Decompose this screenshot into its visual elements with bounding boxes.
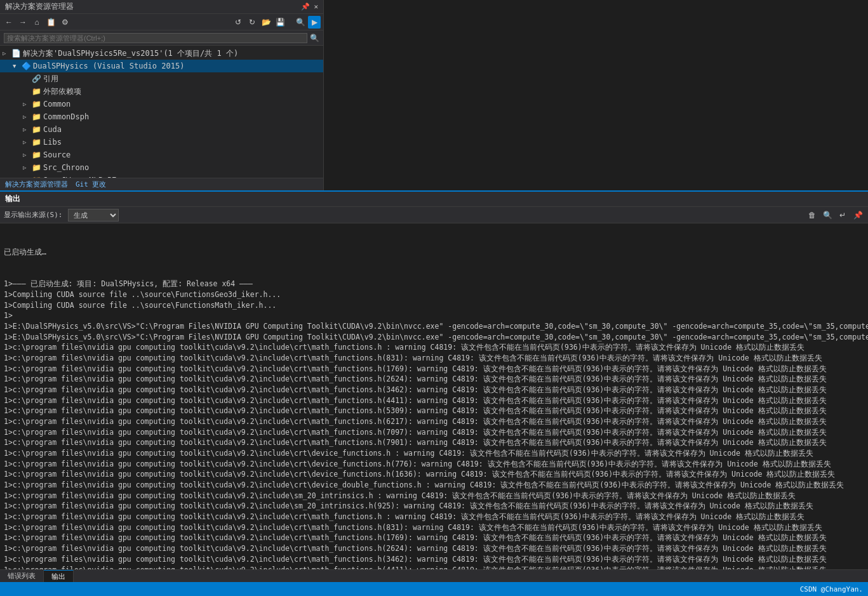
output-line: 1>c:\program files\nvidia gpu computing … (4, 395, 864, 406)
tree-item-extern[interactable]: 📁外部依赖项 (0, 85, 323, 98)
save-button[interactable]: 💾 (274, 16, 286, 29)
tree-icon-solution: 📄 (11, 49, 22, 58)
output-wordwrap-button[interactable]: ↵ (836, 209, 849, 222)
output-toolbar: 显示输出来源(S): 生成 🗑 🔍 ↵ 📌 (0, 207, 868, 223)
status-right: CSDN @ChangYan. (800, 585, 863, 593)
status-bar: CSDN @ChangYan. (0, 582, 868, 596)
properties-button[interactable]: 📋 (44, 16, 57, 29)
output-clear-button[interactable]: 🗑 (806, 209, 818, 222)
tree-icon-commondsp: 📁 (32, 112, 42, 121)
search-button[interactable]: 🔍 (294, 16, 307, 29)
tree-label-srcchrono: Src_Chrono (43, 163, 89, 172)
forward-button[interactable]: → (17, 16, 29, 29)
output-line: 1>——— 已启动生成: 项目: DualSPHysics, 配置: Relea… (4, 279, 864, 289)
output-started: 已启动生成… (4, 247, 864, 258)
tree-icon-source: 📁 (32, 150, 42, 159)
solution-explorer-link[interactable]: 解决方案资源管理器 (5, 180, 68, 189)
output-line: 1>c:\program files\nvidia gpu computing … (4, 342, 864, 353)
close-icon[interactable]: ✕ (314, 3, 318, 11)
tree-item-commondsp[interactable]: ▷📁CommonDsph (0, 110, 323, 123)
output-line: 1>E:\DualSPHysics_v5.0\src\VS>"C:\Progra… (4, 321, 864, 332)
tree-label-commondsp: CommonDsph (43, 112, 89, 121)
output-line: 1>Compiling CUDA source file ..\source\F… (4, 289, 864, 300)
tree-label-solution: 解决方案'DualSPHysics5Re_vs2015'(1 个项目/共 1 个… (23, 48, 238, 59)
output-line: 1>c:\program files\nvidia gpu computing … (4, 427, 864, 438)
output-line: 1>c:\program files\nvidia gpu computing … (4, 469, 864, 480)
solution-tree: ▷📄解决方案'DualSPHysics5Re_vs2015'(1 个项目/共 1… (0, 46, 323, 178)
tree-icon-project: 🔷 (22, 62, 32, 70)
tree-item-source[interactable]: ▷📁Source (0, 149, 323, 161)
output-line: 1>c:\program files\nvidia gpu computing … (4, 480, 864, 491)
bottom-tab-error-list[interactable]: 错误列表 (0, 570, 44, 582)
pin-icon[interactable]: 📌 (301, 3, 310, 11)
settings-button[interactable]: ⚙ (58, 16, 71, 29)
output-line: 1>c:\program files\nvidia gpu computing … (4, 554, 864, 565)
output-line: 1>c:\program files\nvidia gpu computing … (4, 416, 864, 427)
tree-arrow: ▷ (23, 164, 32, 171)
tree-item-solution[interactable]: ▷📄解决方案'DualSPHysics5Re_vs2015'(1 个项目/共 1… (0, 47, 323, 60)
tree-item-common[interactable]: ▷📁Common (0, 98, 323, 110)
tree-icon-srcchrono: 📁 (32, 163, 42, 172)
back-button[interactable]: ← (3, 16, 15, 29)
output-find-button[interactable]: 🔍 (821, 209, 834, 222)
tree-item-cuda[interactable]: ▷📁Cuda (0, 123, 323, 136)
refresh-button[interactable]: ↻ (246, 16, 258, 29)
output-source-label: 显示输出来源(S): (4, 210, 63, 220)
git-changes-link[interactable]: Git 更改 (76, 180, 107, 189)
tree-item-ref[interactable]: 🔗引用 (0, 72, 323, 85)
open-button[interactable]: 📂 (260, 16, 272, 29)
run-button[interactable]: ▶ (308, 16, 321, 29)
tree-icon-common: 📁 (32, 100, 42, 109)
se-titlebar: 解决方案资源管理器 📌 ✕ (0, 0, 323, 14)
search-icon: 🔍 (310, 34, 319, 43)
top-section: 解决方案资源管理器 📌 ✕ ← → ⌂ 📋 ⚙ ↺ ↻ 📂 💾 🔍 ▶ 🔍 (0, 0, 868, 190)
output-line: 1>c:\program files\nvidia gpu computing … (4, 374, 864, 385)
output-line: 1>c:\program files\nvidia gpu computing … (4, 364, 864, 374)
solution-explorer: 解决方案资源管理器 📌 ✕ ← → ⌂ 📋 ⚙ ↺ ↻ 📂 💾 🔍 ▶ 🔍 (0, 0, 324, 190)
tree-arrow: ▼ (13, 63, 22, 69)
tree-arrow: ▷ (23, 114, 32, 120)
home-button[interactable]: ⌂ (30, 16, 43, 29)
tree-item-project[interactable]: ▼🔷DualSPHysics (Visual Studio 2015) (0, 60, 323, 72)
output-line: 1>c:\program files\nvidia gpu computing … (4, 565, 864, 570)
tree-arrow: ▷ (23, 152, 32, 158)
tree-item-srcchrono[interactable]: ▷📁Src_Chrono (0, 161, 323, 174)
output-line: 1>c:\program files\nvidia gpu computing … (4, 501, 864, 512)
tree-icon-ref: 🔗 (32, 74, 42, 83)
output-line: 1>c:\program files\nvidia gpu computing … (4, 522, 864, 533)
output-line: 1>c:\program files\nvidia gpu computing … (4, 533, 864, 543)
right-panel (324, 0, 868, 190)
collapse-button[interactable]: ↺ (232, 16, 244, 29)
output-line: 1>c:\program files\nvidia gpu computing … (4, 543, 864, 554)
tree-label-libs: Libs (43, 138, 62, 147)
bottom-tab-output[interactable]: 输出 (44, 570, 74, 582)
tree-arrow: ▷ (23, 139, 32, 145)
tree-label-common: Common (43, 100, 70, 109)
search-input[interactable] (4, 33, 307, 43)
se-footer: 解决方案资源管理器 Git 更改 (0, 178, 323, 190)
bottom-tabs: 错误列表输出 (0, 569, 868, 582)
tree-item-libs[interactable]: ▷📁Libs (0, 136, 323, 149)
output-title: 输出 (5, 194, 20, 204)
se-titlebar-controls: 📌 ✕ (301, 3, 318, 11)
output-line: 1> (4, 310, 864, 321)
tree-label-extern: 外部依赖项 (43, 86, 81, 97)
output-line: 1>c:\program files\nvidia gpu computing … (4, 437, 864, 448)
output-panel: 输出 显示输出来源(S): 生成 🗑 🔍 ↵ 📌 已启动生成… 1>——— 已启… (0, 190, 868, 569)
output-line: 1>Compiling CUDA source file ..\source\F… (4, 300, 864, 311)
output-line: 1>c:\program files\nvidia gpu computing … (4, 448, 864, 459)
tree-label-project: DualSPHysics (Visual Studio 2015) (33, 62, 184, 70)
output-content: 已启动生成… 1>——— 已启动生成: 项目: DualSPHysics, 配置… (0, 223, 868, 569)
output-line: 1>E:\DualSPHysics_v5.0\src\VS>"C:\Progra… (4, 332, 864, 343)
output-line: 1>c:\program files\nvidia gpu computing … (4, 512, 864, 522)
output-line: 1>c:\program files\nvidia gpu computing … (4, 385, 864, 395)
tree-label-source: Source (43, 150, 70, 159)
se-toolbar: ← → ⌂ 📋 ⚙ ↺ ↻ 📂 💾 🔍 ▶ (0, 14, 323, 30)
output-pin-button[interactable]: 📌 (851, 209, 864, 222)
output-line: 1>c:\program files\nvidia gpu computing … (4, 491, 864, 501)
tree-icon-libs: 📁 (32, 138, 42, 147)
tree-arrow: ▷ (23, 101, 32, 107)
tree-arrow: ▷ (3, 50, 11, 56)
output-source-select[interactable]: 生成 (68, 209, 119, 222)
output-line: 1>c:\program files\nvidia gpu computing … (4, 459, 864, 470)
